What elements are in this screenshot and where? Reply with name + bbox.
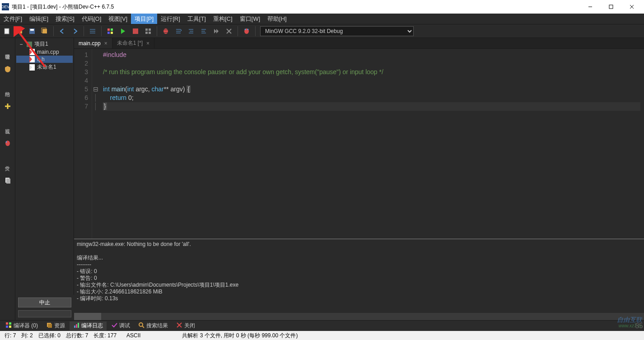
save-all-button[interactable] [39,25,51,37]
app-icon: DEV [2,3,9,10]
svg-rect-57 [78,323,79,328]
tree-item[interactable]: 未命名1 [16,63,73,71]
editor-tab[interactable]: main.cpp× [74,38,112,48]
svg-point-36 [245,28,246,30]
bug-icon[interactable] [1,137,14,150]
output-scrollbar[interactable] [74,313,644,320]
maximize-button[interactable] [601,0,621,14]
menu-item[interactable]: 搜索[S] [52,14,78,24]
svg-rect-54 [48,324,52,328]
files-icon[interactable] [1,174,14,187]
editor-tab[interactable]: 未命名1 [*]× [112,38,154,48]
bottom-tab[interactable]: 关闭 [173,321,199,331]
tree-item-label: q.h [37,56,45,62]
tab-project-mgmt[interactable]: 项目管理 [1,40,14,61]
continue-button[interactable] [210,25,222,37]
editor-tabs: main.cpp×未命名1 [*]× [74,38,644,49]
editor-area: main.cpp×未命名1 [*]× 1234567 ⊟││ #include … [74,38,644,320]
fold-gutter: ⊟││ [92,49,99,239]
tree-root-label: 项目1 [34,40,48,48]
back-button[interactable] [56,25,68,37]
tree-item-label: 未命名1 [37,63,56,71]
output-line [77,248,641,255]
code-editor[interactable]: 1234567 ⊟││ #include /* run this program… [74,49,644,239]
close-button[interactable] [621,0,642,14]
menu-item[interactable]: 帮助[H] [264,14,290,24]
run-button[interactable] [117,25,129,37]
compile-run-button[interactable] [130,25,141,37]
tab-label: main.cpp [79,40,101,47]
menu-item[interactable]: 视图[V] [105,14,131,24]
svg-rect-12 [107,28,110,31]
window-title: 项目1 - [项目1.dev] - 小熊猫Dev-C++ 6.7.5 [12,3,580,11]
title-bar: DEV 项目1 - [项目1.dev] - 小熊猫Dev-C++ 6.7.5 [0,0,644,14]
new-file-button[interactable] [1,25,13,37]
output-line: - 警告: 0 [77,275,641,282]
svg-point-41 [5,142,7,143]
bottom-tab[interactable]: 编译日志 [70,321,107,331]
bottom-tab[interactable]: 编译器 (0) [2,321,42,331]
counter-badge: 85 [635,322,643,330]
tree-item[interactable]: q.h [16,56,73,63]
indent-settings-button[interactable] [87,25,98,37]
menu-item[interactable]: 代码[O] [78,14,105,24]
status-col: 列: 2 [19,332,34,340]
tab-label: 未命名1 [*] [117,39,143,47]
check-icon [111,322,117,330]
layers-icon [46,322,52,330]
bottom-tab[interactable]: 调试 [107,321,134,331]
debug-button[interactable] [160,25,172,37]
tab-files[interactable]: 文件 [1,151,14,173]
menu-item[interactable]: 窗口[W] [236,14,264,24]
minimize-button[interactable] [580,0,601,14]
progress-bar [18,310,71,317]
menu-item[interactable]: 重构[C] [210,14,236,24]
svg-rect-20 [149,32,151,34]
svg-rect-44 [27,42,32,47]
tree-root[interactable]: − 项目1 [16,40,73,48]
step-into-button[interactable] [185,25,197,37]
stop-debug-button[interactable] [223,25,235,37]
svg-line-59 [142,326,144,328]
svg-rect-13 [111,28,113,31]
rebuild-button[interactable] [142,25,154,37]
plus-icon[interactable] [1,99,14,113]
output-line: mingw32-make.exe: Nothing to be done for… [77,241,641,248]
menu-item[interactable]: 编辑[E] [26,14,52,24]
output-line: 编译结果... [77,255,641,261]
menu-item[interactable]: 工具[T] [184,14,210,24]
bottom-tab[interactable]: 搜索结果 [135,321,172,331]
output-panel: mingw32-make.exe: Nothing to be done for… [74,239,644,320]
tree-item-label: main.cpp [37,49,59,55]
close-icon[interactable]: × [104,40,107,47]
svg-rect-14 [107,32,110,34]
forward-button[interactable] [69,25,81,37]
tab-watch[interactable]: 监视 [1,114,14,136]
toolbar: MinGW GCC 9.2.0 32-bit Debug [0,24,644,38]
debug-bug-icon[interactable] [241,25,252,37]
project-tree: − 项目1 main.cppq.h未命名1 [15,38,74,295]
svg-rect-18 [149,28,151,31]
menu-item[interactable]: 项目[P] [131,14,157,24]
menu-item[interactable]: 文件[F] [0,14,26,24]
bottom-tab[interactable]: 资源 [42,321,69,331]
tree-item[interactable]: main.cpp [16,48,73,56]
svg-rect-56 [76,324,77,328]
code-content[interactable]: #include /* run this program using the c… [99,49,644,239]
tab-structure[interactable]: 结构 [1,77,14,99]
grid-icon[interactable] [104,25,116,37]
step-out-button[interactable] [198,25,210,37]
output-content[interactable]: mingw32-make.exe: Nothing to be done for… [74,239,644,313]
save-button[interactable] [26,25,38,37]
open-button[interactable] [14,25,25,37]
shield-icon[interactable] [1,62,14,76]
menu-bar: 文件[F]编辑[E]搜索[S]代码[O]视图[V]项目[P]运行[R]工具[T]… [0,14,644,24]
svg-rect-1 [609,5,613,9]
output-line: -------- [77,261,641,268]
stop-button[interactable]: 中止 [18,298,71,307]
step-over-button[interactable] [173,25,184,37]
close-icon[interactable]: × [146,40,149,47]
svg-rect-16 [133,28,138,34]
compiler-select[interactable]: MinGW GCC 9.2.0 32-bit Debug [260,26,414,36]
menu-item[interactable]: 运行[R] [157,14,184,24]
